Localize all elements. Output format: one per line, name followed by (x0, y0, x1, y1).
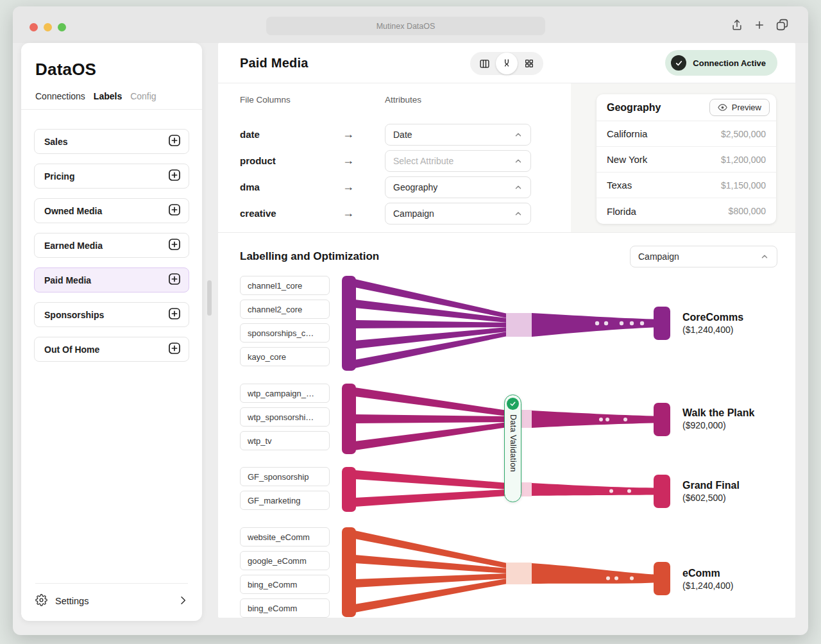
sankey-target-value: ($1,240,400) (682, 580, 733, 591)
source-chip[interactable]: sponsorships_c… (240, 323, 330, 343)
source-chip[interactable]: GF_marketing (240, 491, 330, 510)
settings-label: Settings (55, 596, 89, 606)
zoom-button[interactable] (58, 23, 66, 31)
attribute-select-product[interactable]: Select Attribute (385, 150, 531, 172)
source-chip[interactable]: google_eComm (240, 551, 330, 570)
preview-button-label: Preview (732, 103, 761, 112)
sankey-target-value: ($602,500) (682, 493, 740, 503)
column-mapping-section: File Columns Attributes date → Date prod… (218, 83, 795, 233)
address-bar[interactable]: Mutinex DataOS (266, 17, 545, 35)
source-chip[interactable]: wtp_sponsorshi… (240, 407, 330, 427)
sidebar-item-sponsorships[interactable]: Sponsorships (34, 302, 189, 327)
chevron-up-icon (760, 252, 769, 261)
preview-row: Texas $1,150,000 (597, 173, 776, 198)
sidebar-item-label: Sales (44, 137, 68, 147)
sankey-area: channel1_core channel2_core sponsorships… (240, 276, 777, 618)
sidebar-item-label: Pricing (44, 171, 74, 182)
tab-labels[interactable]: Labels (94, 91, 122, 101)
sankey-diagram (342, 276, 672, 371)
geo-value: $1,200,000 (721, 155, 766, 165)
tab-overview-icon[interactable] (775, 18, 789, 31)
grid-view-icon[interactable] (519, 53, 539, 74)
columns-view-icon[interactable] (474, 53, 495, 74)
source-chip[interactable]: wtp_tv (240, 431, 330, 450)
add-plus-icon[interactable] (168, 307, 181, 322)
window-titlebar: Mutinex DataOS (13, 6, 808, 43)
tab-connections[interactable]: Connections (35, 91, 85, 101)
app-logo-title: DataOS (21, 43, 202, 91)
campaign-select[interactable]: Campaign (630, 246, 777, 267)
check-icon (671, 55, 686, 71)
geo-value: $2,500,000 (721, 129, 766, 139)
attribute-select-creative[interactable]: Campaign (385, 203, 531, 225)
sidebar-item-pricing[interactable]: Pricing (34, 164, 189, 189)
preview-row: Florida $800,000 (597, 198, 776, 224)
data-validation-label: Data Validation (509, 414, 518, 472)
chevron-up-icon (514, 130, 523, 139)
address-bar-title: Mutinex DataOS (377, 22, 436, 31)
sidebar-item-owned-media[interactable]: Owned Media (34, 198, 189, 223)
labelling-section: Labelling and Optimization Campaign chan… (218, 233, 795, 618)
source-chip[interactable]: channel2_core (240, 300, 330, 319)
source-chip[interactable]: bing_eComm (240, 598, 330, 618)
sidebar-item-paid-media[interactable]: Paid Media (34, 267, 189, 292)
sidebar-item-earned-media[interactable]: Earned Media (34, 233, 189, 258)
add-plus-icon[interactable] (168, 273, 181, 287)
sankey-target-value: ($1,240,400) (682, 325, 743, 335)
arrow-right-icon: → (343, 154, 385, 167)
file-column-dma: dma (240, 182, 343, 192)
preview-panel: Geography Preview California $2,500,000 … (571, 83, 795, 232)
source-chip[interactable]: bing_eComm (240, 575, 330, 594)
source-chip[interactable]: channel1_core (240, 276, 330, 295)
sankey-target-name: CoreComms (682, 312, 743, 323)
sidebar-footer-divider (35, 583, 188, 584)
add-plus-icon[interactable] (168, 203, 181, 218)
labelling-title: Labelling and Optimization (240, 250, 379, 263)
sankey-target-name: Grand Final (682, 480, 740, 491)
sidebar-item-label: Earned Media (44, 241, 103, 251)
file-columns-header: File Columns (240, 95, 343, 114)
preview-card-title: Geography (607, 102, 661, 114)
source-chip[interactable]: website_eComm (240, 527, 330, 547)
attribute-value: Date (393, 130, 412, 140)
attribute-select-dma[interactable]: Geography (385, 176, 531, 198)
settings-row[interactable]: Settings (35, 594, 188, 608)
sidebar-item-out-of-home[interactable]: Out Of Home (34, 337, 189, 362)
attribute-select-date[interactable]: Date (385, 124, 531, 146)
source-chip[interactable]: GF_sponsorship (240, 467, 330, 486)
sankey-group-corecomms: channel1_core channel2_core sponsorships… (240, 276, 777, 371)
sankey-group-ecomm: website_eComm google_eComm bing_eComm bi… (240, 527, 777, 618)
file-column-product: product (240, 155, 343, 166)
flow-view-icon[interactable] (496, 53, 518, 74)
sidebar-scrollbar[interactable] (207, 280, 212, 316)
add-plus-icon[interactable] (168, 342, 181, 357)
sidebar-item-label: Out Of Home (44, 344, 99, 355)
attribute-value: Geography (393, 182, 437, 192)
share-icon[interactable] (731, 19, 743, 31)
preview-row: California $2,500,000 (597, 121, 776, 147)
preview-row: New York $1,200,000 (597, 147, 776, 173)
add-plus-icon[interactable] (168, 238, 181, 253)
arrow-right-icon: → (343, 207, 385, 220)
preview-button[interactable]: Preview (709, 99, 770, 116)
sankey-target-value: ($920,000) (682, 420, 754, 430)
arrow-right-icon: → (343, 128, 385, 141)
add-plus-icon[interactable] (168, 169, 181, 183)
sidebar-item-label: Sponsorships (44, 310, 104, 320)
geo-name: Florida (607, 206, 636, 217)
gear-icon (35, 594, 47, 608)
arrow-right-icon: → (343, 180, 385, 194)
add-plus-icon[interactable] (168, 134, 181, 149)
geography-preview-card: Geography Preview California $2,500,000 … (597, 94, 776, 224)
source-chip[interactable]: wtp_campaign_… (240, 384, 330, 403)
new-tab-icon[interactable] (754, 19, 765, 31)
eye-icon (718, 103, 727, 112)
tab-config[interactable]: Config (130, 91, 156, 101)
close-button[interactable] (30, 23, 38, 31)
minimize-button[interactable] (44, 23, 52, 31)
page-title: Paid Media (240, 56, 308, 71)
source-chip[interactable]: kayo_core (240, 347, 330, 366)
geo-value: $1,150,000 (721, 180, 766, 191)
app-window: Mutinex DataOS DataOS (13, 6, 808, 635)
sidebar-item-sales[interactable]: Sales (34, 129, 189, 154)
